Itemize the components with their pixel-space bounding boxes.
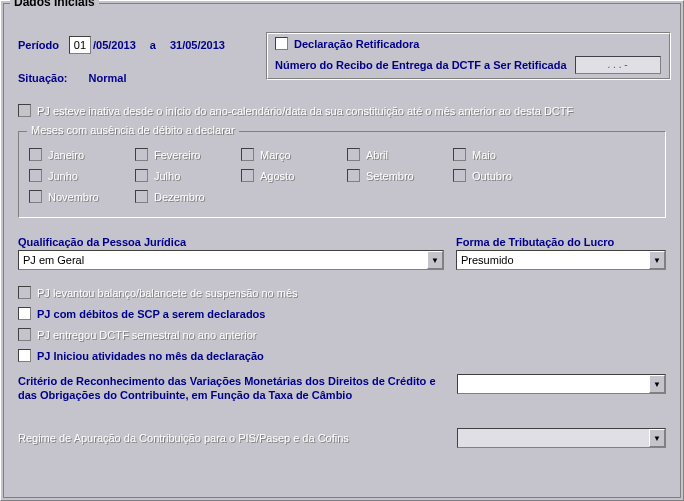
- tributacao-dropdown[interactable]: Presumido ▼: [456, 250, 666, 270]
- qualificacao-label: Qualificação da Pessoa Jurídica: [18, 236, 444, 248]
- month-label: Agosto: [260, 170, 294, 182]
- month-julho-checkbox: [135, 169, 148, 182]
- chevron-down-icon: ▼: [649, 429, 665, 447]
- pj-inativa-checkbox: [18, 104, 31, 117]
- period-label: Período: [18, 39, 59, 51]
- month-label: Fevereiro: [154, 149, 200, 161]
- balanco-label: PJ levantou balanço/balancete de suspens…: [37, 287, 298, 299]
- month-label: Junho: [48, 170, 78, 182]
- month-junho-checkbox: [29, 169, 42, 182]
- situacao-value: Normal: [89, 72, 127, 84]
- month-label: Setembro: [366, 170, 414, 182]
- iniciou-label: PJ Iniciou atividades no mês da declaraç…: [37, 350, 264, 362]
- period-day-input[interactable]: [69, 36, 91, 54]
- panel-title: Dados Iniciais: [10, 0, 99, 9]
- period-a: a: [150, 39, 156, 51]
- criterio-label: Critério de Reconhecimento das Variações…: [18, 374, 457, 402]
- chevron-down-icon: ▼: [427, 251, 443, 269]
- month-label: Novembro: [48, 191, 99, 203]
- iniciou-checkbox[interactable]: [18, 349, 31, 362]
- qualificacao-value: PJ em Geral: [23, 254, 84, 266]
- month-label: Janeiro: [48, 149, 84, 161]
- scp-checkbox[interactable]: [18, 307, 31, 320]
- scp-label: PJ com débitos de SCP a serem declarados: [37, 308, 265, 320]
- month-maio-checkbox: [453, 148, 466, 161]
- declaracao-group: Declaração Retificadora Número do Recibo…: [266, 32, 671, 80]
- month-dezembro-checkbox: [135, 190, 148, 203]
- declaracao-retificadora-label: Declaração Retificadora: [294, 38, 419, 50]
- month-marco-checkbox: [241, 148, 254, 161]
- month-abril-checkbox: [347, 148, 360, 161]
- chevron-down-icon: ▼: [649, 251, 665, 269]
- regime-dropdown: ▼: [457, 428, 666, 448]
- month-outubro-checkbox: [453, 169, 466, 182]
- month-label: Outubro: [472, 170, 512, 182]
- balanco-checkbox: [18, 286, 31, 299]
- month-label: Março: [260, 149, 291, 161]
- semestral-label: PJ entregou DCTF semestral no ano anteri…: [37, 329, 257, 341]
- criterio-dropdown[interactable]: ▼: [457, 374, 666, 394]
- month-label: Julho: [154, 170, 180, 182]
- month-janeiro-checkbox: [29, 148, 42, 161]
- period-rest1: /05/2013: [93, 39, 136, 51]
- month-label: Maio: [472, 149, 496, 161]
- period-end: 31/05/2013: [170, 39, 225, 51]
- situacao-label: Situação:: [18, 72, 68, 84]
- month-setembro-checkbox: [347, 169, 360, 182]
- recibo-label: Número do Recibo de Entrega da DCTF a Se…: [275, 59, 567, 71]
- declaracao-retificadora-checkbox[interactable]: [275, 37, 288, 50]
- semestral-checkbox: [18, 328, 31, 341]
- months-legend: Meses com ausência de débito a declarar: [27, 124, 239, 136]
- regime-label: Regime de Apuração da Contribuição para …: [18, 432, 457, 444]
- recibo-input[interactable]: . . . -: [575, 56, 661, 74]
- tributacao-label: Forma de Tributação do Lucro: [456, 236, 666, 248]
- chevron-down-icon: ▼: [649, 375, 665, 393]
- pj-inativa-label: PJ esteve inativa desde o início do ano-…: [37, 105, 573, 117]
- month-agosto-checkbox: [241, 169, 254, 182]
- month-fevereiro-checkbox: [135, 148, 148, 161]
- qualificacao-dropdown[interactable]: PJ em Geral ▼: [18, 250, 444, 270]
- month-label: Abril: [366, 149, 388, 161]
- month-novembro-checkbox: [29, 190, 42, 203]
- month-label: Dezembro: [154, 191, 205, 203]
- months-fieldset: Meses com ausência de débito a declarar …: [18, 131, 666, 218]
- tributacao-value: Presumido: [461, 254, 514, 266]
